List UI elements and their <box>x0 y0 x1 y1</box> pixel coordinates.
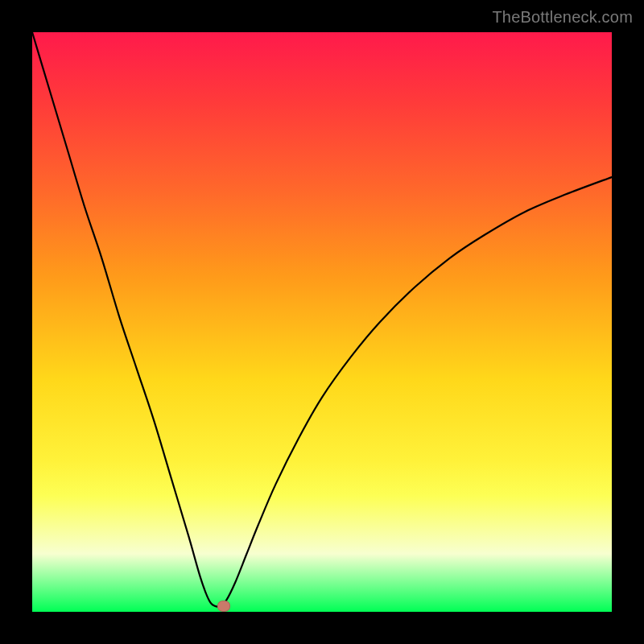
optimal-point-marker <box>217 601 230 612</box>
watermark-text: TheBottleneck.com <box>492 8 633 27</box>
chart-frame: TheBottleneck.com <box>0 0 644 644</box>
plot-area <box>32 32 612 612</box>
curve-svg <box>32 32 612 612</box>
bottleneck-curve <box>32 32 612 607</box>
